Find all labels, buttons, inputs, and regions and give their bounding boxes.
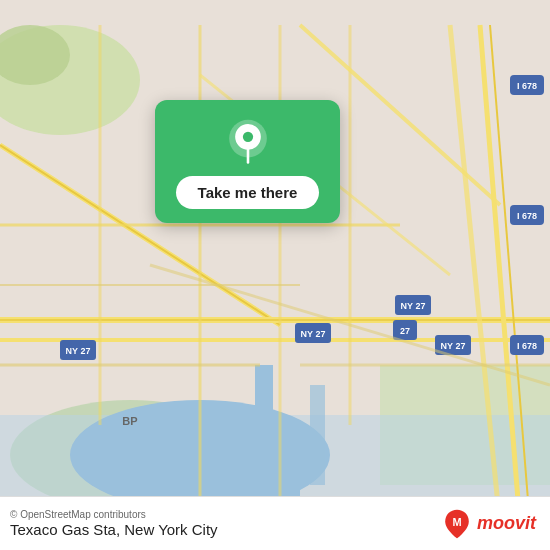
svg-text:M: M	[452, 515, 461, 527]
svg-text:NY 27: NY 27	[66, 346, 91, 356]
svg-text:I 678: I 678	[517, 211, 537, 221]
svg-text:I 678: I 678	[517, 81, 537, 91]
svg-text:BP: BP	[122, 415, 137, 427]
svg-text:27: 27	[400, 326, 410, 336]
map-background: I 678 I 678 I 678 NY 27 NY 27 NY 27 NY 2…	[0, 0, 550, 550]
svg-point-48	[242, 132, 252, 142]
moovit-brand-text: moovit	[477, 513, 536, 534]
svg-rect-9	[310, 385, 325, 485]
svg-text:NY 27: NY 27	[401, 301, 426, 311]
svg-rect-8	[255, 365, 273, 485]
location-pin-icon	[224, 118, 272, 166]
svg-text:NY 27: NY 27	[301, 329, 326, 339]
moovit-logo: M moovit	[441, 508, 536, 540]
bottom-bar: © OpenStreetMap contributors Texaco Gas …	[0, 496, 550, 550]
marker-card[interactable]: Take me there	[155, 100, 340, 223]
moovit-pin-icon: M	[441, 508, 473, 540]
svg-text:NY 27: NY 27	[441, 341, 466, 351]
osm-attribution: © OpenStreetMap contributors	[10, 509, 218, 520]
take-me-there-button[interactable]: Take me there	[176, 176, 320, 209]
svg-text:I 678: I 678	[517, 341, 537, 351]
map-container: I 678 I 678 I 678 NY 27 NY 27 NY 27 NY 2…	[0, 0, 550, 550]
bottom-info: © OpenStreetMap contributors Texaco Gas …	[10, 509, 218, 538]
place-name: Texaco Gas Sta, New York City	[10, 521, 218, 538]
